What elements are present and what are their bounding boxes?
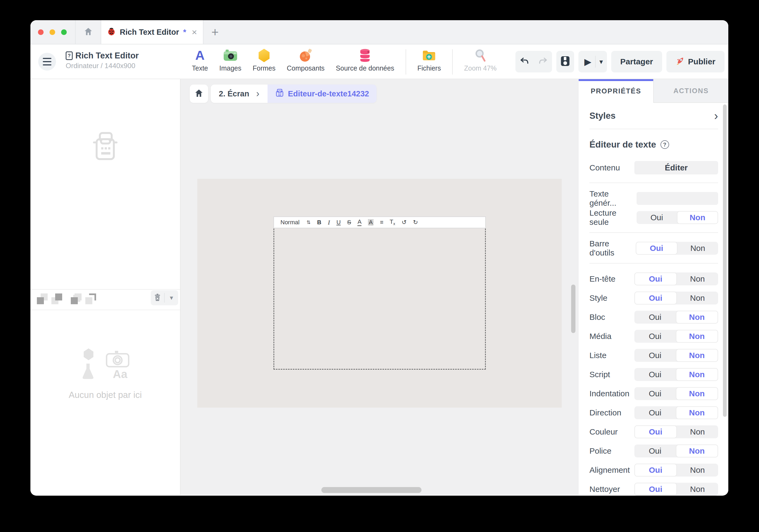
toggle-non[interactable]: Non — [676, 387, 718, 400]
publish-button[interactable]: Publier — [666, 51, 725, 72]
rte-strike-icon[interactable]: S — [347, 220, 351, 225]
rte-underline-icon[interactable]: U — [337, 220, 341, 225]
toggle-oui[interactable]: Oui — [636, 242, 677, 255]
close-window-button[interactable] — [38, 29, 44, 35]
tab-strip: Rich Text Editor * × + — [30, 20, 728, 44]
toggle-non[interactable]: Non — [676, 444, 718, 457]
rte-italic-icon[interactable]: I — [328, 219, 330, 225]
toggle-non[interactable]: Non — [677, 292, 718, 305]
chevron-right-icon: › — [714, 109, 718, 122]
toggle-oui[interactable]: Oui — [634, 292, 677, 305]
element-section-title: Éditeur de texte — [589, 140, 656, 150]
tool-fichiers[interactable]: Fichiers — [418, 48, 441, 76]
toggle-oui[interactable]: Oui — [637, 211, 677, 224]
toggle-non[interactable]: Non — [677, 211, 718, 224]
toggle-non[interactable]: Non — [676, 311, 718, 324]
toggle-non[interactable]: Non — [677, 242, 718, 255]
rte-clear-format-icon[interactable]: Tx — [390, 219, 395, 225]
toggle-non[interactable]: Non — [676, 406, 718, 419]
shapes-icon — [258, 48, 270, 63]
panel-tab-actions[interactable]: ACTIONS — [653, 79, 728, 103]
bring-to-front-icon[interactable] — [85, 294, 96, 304]
close-tab-icon[interactable]: × — [192, 27, 197, 37]
save-button[interactable] — [556, 51, 574, 72]
toggle-oui[interactable]: Oui — [634, 464, 677, 476]
toggle-oui[interactable]: Oui — [634, 311, 676, 324]
undo-button[interactable] — [515, 56, 534, 67]
tool-source-de-donn-es[interactable]: Source de données — [336, 48, 394, 76]
toggle-oui[interactable]: Oui — [634, 426, 677, 438]
project-title: ? Rich Text Editor — [66, 51, 139, 61]
active-tab[interactable]: Rich Text Editor * × — [101, 20, 204, 44]
toggle-non[interactable]: Non — [676, 330, 718, 343]
help-icon[interactable]: ? — [660, 140, 669, 149]
property-row-texte-g-n-r-: Texte génér... — [589, 192, 718, 205]
rte-size-arrows-icon[interactable]: ⇅ — [306, 220, 311, 225]
toggle-non[interactable]: Non — [677, 272, 718, 285]
toggle-oui[interactable]: Oui — [634, 349, 676, 362]
rich-text-editor-element[interactable]: Normal ⇅BIUSAA≡Tx↺↻ — [273, 217, 486, 370]
home-icon — [84, 27, 93, 37]
tool-images[interactable]: Images — [220, 48, 241, 76]
panel-tab-propriétés[interactable]: PROPRIÉTÉS — [579, 79, 653, 103]
preview-play-button[interactable]: ▶ — [579, 56, 595, 67]
toggle-oui[interactable]: Oui — [634, 406, 676, 419]
send-to-back-icon[interactable] — [71, 294, 82, 304]
empty-state-illustration: Aa — [81, 348, 130, 381]
canvas-vertical-scrollbar[interactable] — [571, 285, 576, 333]
delete-element-button[interactable] — [151, 293, 164, 302]
property-label: Barre d'outils — [589, 239, 636, 257]
magnifier-icon — [474, 48, 487, 63]
hexagon-icon — [83, 348, 94, 360]
rte-align-icon[interactable]: ≡ — [380, 220, 383, 225]
home-tab[interactable] — [76, 20, 101, 44]
share-button[interactable]: Partager — [611, 51, 662, 72]
send-backward-icon[interactable] — [37, 294, 48, 304]
styles-section-button[interactable]: Styles › — [589, 103, 718, 129]
toggle-non[interactable]: Non — [676, 349, 718, 362]
new-tab-button[interactable]: + — [204, 20, 227, 44]
toggle-oui[interactable]: Oui — [634, 368, 676, 381]
toggle-oui[interactable]: Oui — [634, 483, 677, 496]
property-label: Style — [589, 294, 608, 303]
breadcrumb-home-button[interactable] — [190, 85, 208, 103]
toggle-oui[interactable]: Oui — [634, 444, 676, 457]
toggle-oui[interactable]: Oui — [634, 330, 676, 343]
design-canvas[interactable]: Normal ⇅BIUSAA≡Tx↺↻ 2. Écran › — [180, 79, 579, 495]
rte-toolbar: Normal ⇅BIUSAA≡Tx↺↻ — [273, 217, 486, 228]
property-label: Script — [589, 370, 610, 379]
edit-content-button[interactable]: Éditer — [634, 161, 718, 175]
images-icon — [223, 48, 237, 63]
breadcrumb-screen-item[interactable]: 2. Écran › — [211, 85, 267, 103]
toggle-oui[interactable]: Oui — [634, 387, 676, 400]
toggle-non[interactable]: Non — [677, 483, 718, 496]
delete-options-caret[interactable]: ▾ — [165, 294, 178, 302]
bring-forward-icon[interactable] — [52, 294, 62, 304]
rte-bold-icon[interactable]: B — [317, 220, 321, 225]
rte-undo-icon[interactable]: ↺ — [402, 220, 406, 225]
tool-formes[interactable]: Formes — [253, 48, 276, 76]
text-input[interactable] — [637, 192, 718, 205]
zoom-control[interactable]: Zoom 47% — [464, 48, 497, 76]
menu-button[interactable] — [38, 53, 56, 70]
panel-scrollbar[interactable] — [723, 104, 727, 417]
rte-text-color-icon[interactable]: A — [357, 219, 361, 226]
toggle-non[interactable]: Non — [677, 426, 718, 438]
toggle-non[interactable]: Non — [676, 368, 718, 381]
minimize-window-button[interactable] — [50, 29, 55, 35]
tool-texte[interactable]: ATexte — [192, 48, 208, 76]
tool-composants[interactable]: Composants — [287, 48, 324, 76]
rte-bg-color-icon[interactable]: A — [368, 219, 374, 225]
rte-redo-icon[interactable]: ↻ — [413, 220, 418, 225]
property-label: Média — [589, 332, 612, 341]
rte-format-select[interactable]: Normal — [280, 220, 300, 225]
preview-options-caret[interactable]: ▾ — [596, 58, 607, 66]
camera-outline-icon — [106, 350, 130, 369]
canvas-horizontal-scrollbar[interactable] — [321, 487, 421, 493]
toggle-non[interactable]: Non — [677, 464, 718, 476]
zoom-window-button[interactable] — [61, 29, 67, 35]
breadcrumb-element-item[interactable]: Editeur-de-texte14232 — [267, 85, 377, 103]
redo-button[interactable] — [534, 56, 552, 67]
properties-panel: PROPRIÉTÉSACTIONS Styles › Éditeur de te… — [579, 79, 728, 495]
toggle-oui[interactable]: Oui — [634, 272, 677, 285]
